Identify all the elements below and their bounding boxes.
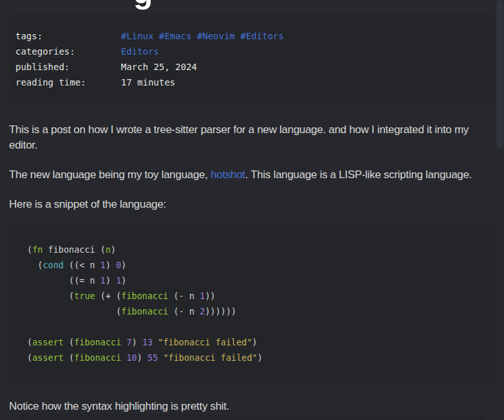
meta-reading-time: 17 minutes bbox=[121, 75, 485, 90]
paragraph-outro: Notice how the syntax highlighting is pr… bbox=[9, 399, 495, 414]
code-line: (assert (fibonacci 7) 13 "fibonacci fail… bbox=[27, 334, 485, 350]
paragraph-language-after: . This language is a LISP-like scripting… bbox=[245, 169, 472, 181]
code-line: (fn fibonacci (n) bbox=[27, 242, 485, 257]
code-content: (fn fibonacci (n) (cond ((< n 1) 0) ((= … bbox=[27, 242, 485, 365]
code-line: (cond ((< n 1) 0) bbox=[27, 257, 485, 273]
post-body: This is a post on how I wrote a tree-sit… bbox=[0, 122, 504, 420]
paragraph-language-before: The new language being my toy language, bbox=[9, 169, 210, 181]
tag-link[interactable]: #Neovim bbox=[197, 31, 235, 41]
post-title-glyph: g bbox=[133, 0, 153, 11]
code-line: ((= n 1) 1) bbox=[27, 273, 485, 288]
next-section-panel-edge bbox=[18, 414, 486, 420]
tag-link[interactable]: #Linux bbox=[121, 31, 154, 41]
tag-link[interactable]: #Editors bbox=[240, 31, 283, 41]
meta-label-reading-time: reading time: bbox=[15, 75, 121, 90]
meta-label-published: published: bbox=[15, 59, 121, 75]
post-metadata-panel: tags: #Linux #Emacs #Neovim #Editors cat… bbox=[9, 14, 495, 104]
blog-post-page: g tags: #Linux #Emacs #Neovim #Editors c… bbox=[0, 0, 504, 420]
paragraph-snippet-intro: Here is a snippet of the language: bbox=[9, 197, 495, 212]
tag-link[interactable]: #Emacs bbox=[159, 31, 192, 41]
meta-label-tags: tags: bbox=[15, 28, 121, 44]
meta-published-date: March 25, 2024 bbox=[121, 59, 485, 75]
scrollbar[interactable] bbox=[496, 0, 504, 420]
code-line: (true (+ (fibonacci (- n 1)) bbox=[27, 288, 485, 304]
category-link[interactable]: Editors bbox=[121, 46, 159, 57]
scrollbar-thumb[interactable] bbox=[496, 0, 503, 148]
paragraph-language: The new language being my toy language, … bbox=[9, 167, 495, 183]
hotshot-link[interactable]: hotshot bbox=[210, 169, 245, 181]
code-line bbox=[27, 319, 485, 334]
meta-label-categories: categories: bbox=[15, 44, 121, 59]
paragraph-intro: This is a post on how I wrote a tree-sit… bbox=[9, 122, 495, 153]
code-line: (assert (fibonacci 10) 55 "fibonacci fai… bbox=[27, 350, 485, 365]
post-metadata-grid: tags: #Linux #Emacs #Neovim #Editors cat… bbox=[15, 28, 485, 90]
code-line: (fibonacci (- n 2)))))) bbox=[27, 304, 485, 319]
code-block: (fn fibonacci (n) (cond ((< n 1) 0) ((= … bbox=[9, 224, 495, 383]
post-title-cutoff: g bbox=[0, 0, 504, 12]
meta-tags: #Linux #Emacs #Neovim #Editors bbox=[121, 28, 485, 44]
